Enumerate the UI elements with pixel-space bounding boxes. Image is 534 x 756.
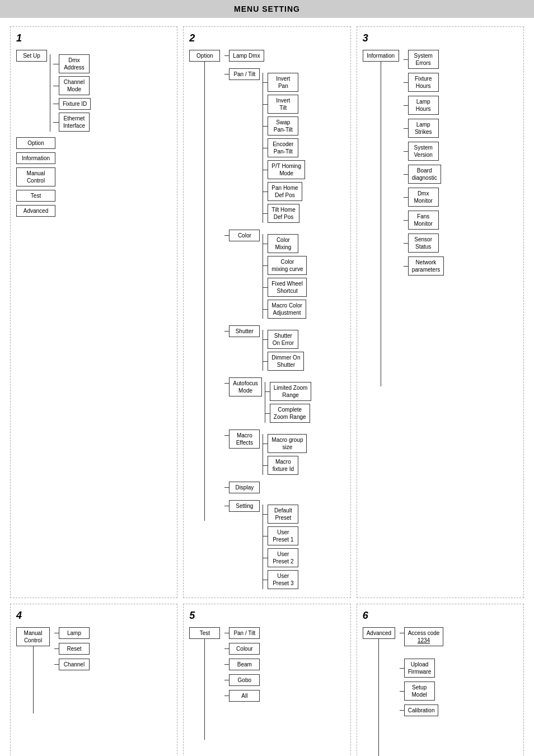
access-code: Access code1234: [404, 627, 444, 646]
system-errors: SystemErrors: [408, 50, 439, 69]
panel-3-number: 3: [363, 32, 518, 44]
calibration-box: Calibration: [404, 704, 439, 716]
information-root: Information: [363, 50, 399, 62]
fans-monitor: FansMonitor: [408, 211, 439, 230]
tilt-home-def-pos: Tilt HomeDef Pos: [268, 204, 299, 223]
lamp-box: Lamp: [59, 627, 90, 639]
setup-box: Set Up: [16, 50, 47, 62]
shutter-box: Shutter: [229, 325, 260, 337]
channel-box: Channel: [59, 659, 90, 670]
panel-3: 3 Information SystemErrors FixtureHours: [357, 26, 524, 598]
title-text: MENU SETTING: [234, 4, 300, 13]
invert-tilt: InvertTilt: [268, 95, 298, 114]
dmx-monitor: DmxMonitor: [408, 188, 439, 207]
panel-1: 1 Set Up DmxAddress ChannelMode Fixture …: [10, 26, 177, 598]
advanced-box: Advanced: [16, 205, 55, 217]
shutter-on-error: ShutterOn Error: [268, 330, 298, 349]
complete-zoom-range: CompleteZoom Range: [270, 404, 310, 423]
color-mixing: ColorMixing: [268, 234, 298, 253]
reset-box: Reset: [59, 643, 90, 655]
encoder-pan-tilt: EncoderPan-Tilt: [268, 138, 298, 157]
default-preset: DefaultPreset: [268, 505, 298, 524]
panel-6-number: 6: [363, 610, 518, 622]
invert-pan: InvertPan: [268, 73, 298, 92]
color-mixing-curve: Colormixing curve: [268, 256, 307, 275]
fixture-hours: FixtureHours: [408, 73, 439, 92]
macro-color-adjustment: Macro ColorAdjustment: [268, 300, 306, 319]
user-preset-3: UserPreset 3: [268, 570, 298, 589]
option-box: Option: [16, 137, 55, 149]
network-parameters: Networkparameters: [408, 256, 444, 276]
page-title: MENU SETTING: [0, 0, 534, 18]
panel-4: 4 ManualControl Lamp Reset: [10, 604, 177, 756]
dmx-address: DmxAddress: [59, 54, 90, 73]
swap-pan-tilt: SwapPan-Tilt: [268, 116, 298, 136]
panel-2-number: 2: [189, 32, 344, 44]
lamp-dmx: Lamp Dmx: [229, 50, 264, 62]
panel-2: 2 Option Lamp Dmx Pan / Tilt: [183, 26, 350, 598]
pan-home-def-pos: Pan HomeDef Pos: [268, 182, 302, 201]
all-box: All: [229, 690, 260, 702]
macro-group-size: Macro groupsize: [268, 434, 307, 453]
pt-homing-mode: P/T HomingMode: [268, 160, 305, 179]
upload-firmware: UploadFirmware: [404, 659, 435, 678]
beam-box: Beam: [229, 659, 260, 670]
fixed-wheel-shortcut: Fixed WheelShortcut: [268, 278, 307, 297]
option-root: Option: [189, 50, 220, 62]
advanced-root: Advanced: [363, 627, 395, 639]
color-box: Color: [229, 230, 260, 241]
colour-box: Colour: [229, 643, 260, 655]
sensor-status: SensorStatus: [408, 234, 439, 253]
fixture-id: Fixture ID: [59, 98, 91, 110]
setup-model: SetupModel: [404, 682, 435, 701]
panel-4-number: 4: [16, 610, 171, 622]
lamp-hours: LampHours: [408, 96, 439, 115]
dimmer-on-shutter: Dimmer OnShutter: [268, 352, 304, 371]
limited-zoom-range: Limited ZoomRange: [270, 382, 312, 401]
pan-tilt: Pan / Tilt: [229, 68, 260, 80]
information-box: Information: [16, 152, 55, 164]
channel-mode: ChannelMode: [59, 76, 90, 95]
board-diagnostic: Boarddiagnostic: [408, 165, 441, 184]
system-version: SystemVersion: [408, 142, 439, 161]
display-box: Display: [229, 482, 260, 493]
setting-box: Setting: [229, 500, 260, 512]
user-preset-1: UserPreset 1: [268, 526, 298, 545]
macro-effects: MacroEffects: [229, 430, 260, 449]
pan-tilt-test: Pan / Tilt: [229, 627, 260, 639]
manual-control-box: ManualControl: [16, 167, 55, 186]
ethernet-interface: EthernetInterface: [59, 113, 90, 132]
panel-6: 6 Advanced Access code1234: [357, 604, 524, 756]
panel-5: 5 Test Pan / Tilt Colour: [183, 604, 350, 756]
lamp-strikes: LampStrikes: [408, 119, 439, 138]
user-preset-2: UserPreset 2: [268, 548, 298, 567]
macro-fixture-id: Macrofixture Id: [268, 456, 298, 475]
panel-1-number: 1: [16, 32, 171, 44]
manual-control-root: ManualControl: [16, 627, 50, 646]
gobo-box: Gobo: [229, 674, 260, 686]
test-box: Test: [16, 190, 55, 202]
test-root: Test: [189, 627, 220, 639]
panel-5-number: 5: [189, 610, 344, 622]
autofocus-mode: AutofocusMode: [229, 377, 261, 396]
